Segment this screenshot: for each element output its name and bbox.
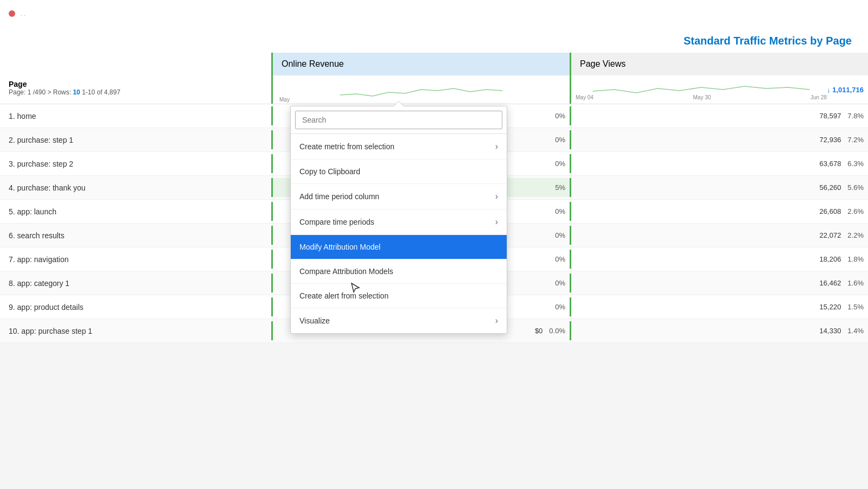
rev-pct: 0% (555, 231, 565, 239)
row-rank: 6. (9, 231, 17, 240)
cell-pageviews: 18,206 1.8% (570, 250, 868, 269)
pv-num: 26,608 (820, 207, 841, 215)
sub-page-info: Page Page: 1 /490 > Rows: 10 1-10 of 4,8… (0, 75, 271, 104)
menu-item[interactable]: Visualize › (291, 308, 507, 333)
row-page-name: app: purchase step 1 (21, 327, 92, 335)
menu-item-label: Compare Attribution Models (299, 267, 393, 276)
total-pageviews: ↓ 1,011,716 (827, 86, 864, 94)
cell-pageviews: 63,678 6.3% (570, 154, 868, 173)
col-pageviews-header: Page Views (570, 53, 868, 75)
menu-item[interactable]: Compare time periods › (291, 209, 507, 235)
page-meta: Page: 1 /490 > Rows: 10 1-10 of 4,897 (9, 88, 263, 96)
cell-page: 10. app: purchase step 1 (0, 321, 271, 341)
pv-pct: 1.5% (847, 303, 864, 311)
row-rank: 1. (9, 112, 17, 120)
cell-page: 2. purchase: step 1 (0, 130, 271, 150)
pv-num: 56,260 (820, 183, 841, 192)
row-rank: 7. (9, 255, 17, 264)
cell-pageviews: 26,608 2.6% (570, 202, 868, 221)
pv-pct: 1.4% (847, 327, 864, 335)
rev-pct: 5% (555, 183, 565, 192)
cell-page: 4. purchase: thank you (0, 178, 271, 198)
row-rank: 10. (9, 327, 21, 335)
revenue-date-labels: May (277, 97, 565, 103)
chevron-right-icon: › (495, 192, 498, 201)
menu-item-label: Create metric from selection (299, 142, 394, 151)
row-page-name: app: category 1 (17, 279, 70, 288)
cell-pageviews: 15,220 1.5% (570, 297, 868, 316)
date-mid2: May 30 (693, 94, 711, 100)
pv-pct: 7.8% (847, 112, 864, 120)
context-menu[interactable]: Create metric from selection › Copy to C… (290, 106, 507, 334)
top-bar: . . (0, 0, 868, 27)
cell-page: 1. home (0, 106, 271, 126)
context-search-input[interactable] (295, 111, 502, 129)
pv-pct: 5.6% (847, 183, 864, 192)
pv-num: 63,678 (820, 160, 841, 168)
cell-pageviews: 78,597 7.8% (570, 106, 868, 125)
cell-page: 5. app: launch (0, 202, 271, 221)
menu-item-label: Copy to Clipboard (299, 167, 360, 176)
menu-item[interactable]: Modify Attribution Model (291, 235, 507, 259)
rev-pct: 0% (555, 136, 565, 144)
row-rank: 2. (9, 136, 17, 144)
rev-val: $0 (535, 327, 542, 335)
page-title: Standard Traffic Metrics by Page (16, 35, 852, 47)
row-page-name: app: launch (17, 207, 56, 216)
pv-pct: 1.6% (847, 279, 864, 287)
col-revenue-header: Online Revenue (271, 53, 570, 75)
rev-pct: 0% (555, 303, 565, 311)
row-rank: 3. (9, 160, 17, 168)
cell-pageviews: 56,260 5.6% (570, 178, 868, 197)
rev-pct: 0.0% (549, 327, 565, 335)
chevron-right-icon: › (495, 217, 498, 227)
menu-item[interactable]: Create alert from selection (291, 284, 507, 308)
cell-pageviews: 72,936 7.2% (570, 130, 868, 149)
page-title-area: Standard Traffic Metrics by Page (0, 27, 868, 53)
cell-page: 6. search results (0, 226, 271, 245)
menu-items-list: Create metric from selection › Copy to C… (291, 134, 507, 333)
row-page-name: home (17, 112, 36, 120)
menu-item-label: Create alert from selection (299, 291, 388, 300)
rev-pct: 0% (555, 160, 565, 168)
row-page-name: app: navigation (17, 255, 69, 264)
menu-item-label: Modify Attribution Model (299, 243, 380, 251)
row-page-name: purchase: step 2 (17, 160, 74, 168)
menu-item[interactable]: Copy to Clipboard (291, 160, 507, 184)
search-container (291, 106, 507, 134)
pv-num: 18,206 (820, 255, 841, 263)
sub-pageviews-col: May 04 May 30 Jun 28 ↓ 1,011,716 (570, 75, 868, 104)
menu-item-label: Compare time periods (299, 218, 374, 226)
date-end: Jun 28 (810, 94, 827, 100)
menu-item[interactable]: Add time period column › (291, 184, 507, 209)
menu-item[interactable]: Create metric from selection › (291, 134, 507, 160)
cell-page: 8. app: category 1 (0, 274, 271, 293)
rev-pct: 0% (555, 255, 565, 263)
pv-num: 78,597 (820, 112, 841, 120)
pv-num: 15,220 (820, 303, 841, 311)
menu-item[interactable]: Compare Attribution Models (291, 259, 507, 284)
row-page-name: search results (17, 231, 65, 240)
pv-pct: 1.8% (847, 255, 864, 263)
row-rank: 9. (9, 303, 17, 312)
column-headers: Online Revenue Page Views (0, 53, 868, 75)
rev-pct: 0% (555, 207, 565, 215)
cell-page: 3. purchase: step 2 (0, 154, 271, 174)
menu-item-label: Visualize (299, 316, 330, 325)
row-rank: 5. (9, 207, 17, 216)
cell-page: 7. app: navigation (0, 250, 271, 269)
red-dot-icon (9, 10, 15, 17)
sub-revenue-col: May (271, 75, 570, 104)
pv-pct: 7.2% (847, 136, 864, 144)
date-mid1: May 04 (576, 94, 593, 100)
menu-item-label: Add time period column (299, 192, 379, 201)
top-bar-dots: . . (21, 10, 25, 17)
chevron-right-icon: › (495, 142, 498, 151)
row-rank: 4. (9, 183, 17, 192)
pv-pct: 2.6% (847, 207, 864, 215)
cell-pageviews: 22,072 2.2% (570, 226, 868, 245)
sub-header-row: Page Page: 1 /490 > Rows: 10 1-10 of 4,8… (0, 75, 868, 104)
pv-num: 22,072 (820, 231, 841, 239)
rev-pct: 0% (555, 279, 565, 287)
rev-pct: 0% (555, 112, 565, 120)
